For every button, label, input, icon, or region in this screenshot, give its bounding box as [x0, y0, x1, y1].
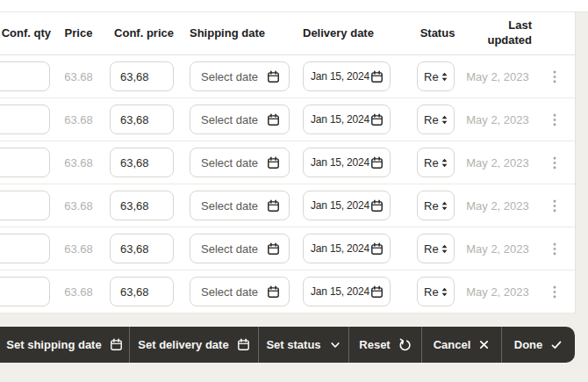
delivery-date-picker[interactable]: Jan 15, 2024 [303, 105, 391, 134]
table-header: Conf. qty Price Conf. price Shipping dat… [0, 12, 575, 55]
calendar-icon [267, 242, 280, 256]
chevron-down-icon [329, 339, 341, 351]
status-value: Re [424, 285, 439, 299]
reset-button[interactable]: Reset [349, 327, 422, 363]
calendar-icon [370, 242, 384, 256]
kebab-icon [553, 113, 556, 126]
sort-arrows-icon [440, 158, 449, 168]
shipping-date-picker[interactable]: Select date [190, 148, 290, 177]
status-value: Re [424, 113, 439, 126]
row-menu-button[interactable] [548, 110, 562, 130]
last-updated-value: May 2, 2023 [466, 70, 529, 83]
delivery-date-label: Jan 15, 2024 [311, 70, 369, 83]
calendar-icon [370, 70, 384, 83]
delivery-date-picker[interactable]: Jan 15, 2024 [303, 191, 391, 220]
price-value: 63.68 [64, 70, 93, 83]
conf-price-input[interactable] [110, 277, 174, 306]
status-select[interactable]: Re [417, 191, 455, 220]
kebab-icon [553, 70, 556, 83]
kebab-icon [553, 199, 556, 213]
calendar-icon [370, 199, 384, 213]
conf-qty-input[interactable] [0, 105, 50, 134]
last-updated-value: May 2, 2023 [466, 199, 529, 213]
last-updated-value: May 2, 2023 [466, 242, 529, 256]
set-delivery-date-button[interactable]: Set delivery date [130, 327, 259, 363]
kebab-icon [553, 156, 556, 169]
conf-qty-input[interactable] [0, 148, 50, 177]
set-delivery-date-label: Set delivery date [138, 338, 228, 351]
calendar-icon [110, 338, 123, 351]
table-body: 63.68 Select date Jan 15, 2024 [0, 55, 575, 314]
delivery-date-picker[interactable]: Jan 15, 2024 [303, 148, 391, 177]
conf-price-input[interactable] [110, 191, 174, 220]
conf-price-input[interactable] [110, 234, 174, 263]
conf-qty-input[interactable] [0, 277, 50, 306]
header-status: Status [398, 26, 462, 41]
delivery-date-label: Jan 15, 2024 [311, 242, 369, 255]
last-updated-value: May 2, 2023 [466, 156, 529, 169]
status-select[interactable]: Re [417, 234, 455, 263]
set-shipping-date-button[interactable]: Set shipping date [0, 327, 130, 363]
row-menu-button[interactable] [548, 67, 562, 87]
conf-qty-input[interactable] [0, 191, 50, 220]
calendar-icon [370, 156, 384, 169]
table-row: 63.68 Select date Jan 15, 2024 [0, 55, 575, 98]
status-select[interactable]: Re [417, 105, 455, 134]
bottom-area [0, 363, 588, 382]
shipping-date-picker[interactable]: Select date [190, 61, 290, 91]
conf-price-input[interactable] [110, 148, 174, 177]
set-status-label: Set status [266, 338, 320, 351]
row-menu-button[interactable] [548, 282, 562, 302]
done-button[interactable]: Done [502, 327, 575, 363]
calendar-icon [267, 113, 280, 126]
delivery-date-picker[interactable]: Jan 15, 2024 [303, 234, 391, 263]
row-menu-button[interactable] [548, 153, 562, 173]
page-background-strip [576, 12, 588, 314]
calendar-icon [370, 113, 384, 126]
shipping-date-label: Select date [201, 113, 258, 126]
conf-qty-input[interactable] [0, 61, 50, 91]
price-value: 63.68 [64, 156, 93, 169]
check-icon [550, 339, 563, 351]
kebab-icon [553, 285, 556, 299]
row-menu-button[interactable] [548, 196, 562, 216]
header-price: Price [54, 26, 103, 41]
cancel-label: Cancel [434, 338, 471, 351]
kebab-icon [553, 242, 556, 256]
header-conf-qty: Conf. qty [0, 26, 54, 41]
cancel-button[interactable]: Cancel [422, 327, 502, 363]
delivery-date-label: Jan 15, 2024 [311, 113, 369, 126]
shipping-date-label: Select date [201, 242, 258, 256]
status-select[interactable]: Re [417, 277, 455, 306]
price-value: 63.68 [64, 242, 93, 256]
price-value: 63.68 [64, 285, 93, 299]
order-lines-table: Conf. qty Price Conf. price Shipping dat… [0, 12, 576, 314]
delivery-date-picker[interactable]: Jan 15, 2024 [303, 61, 391, 91]
delivery-date-label: Jan 15, 2024 [311, 285, 369, 298]
conf-price-input[interactable] [110, 105, 174, 134]
row-menu-button[interactable] [548, 239, 562, 259]
shipping-date-label: Select date [201, 156, 258, 169]
table-row: 63.68 Select date Jan 15, 2024 [0, 141, 575, 184]
delivery-date-picker[interactable]: Jan 15, 2024 [303, 277, 391, 306]
status-select[interactable]: Re [417, 148, 455, 177]
delivery-date-label: Jan 15, 2024 [311, 199, 369, 212]
sort-arrows-icon [440, 115, 449, 125]
header-delivery-date: Delivery date [297, 26, 398, 41]
status-select[interactable]: Re [417, 61, 455, 91]
shipping-date-picker[interactable]: Select date [190, 277, 290, 306]
top-band [0, 0, 588, 12]
shipping-date-picker[interactable]: Select date [190, 191, 290, 220]
shipping-date-picker[interactable]: Select date [190, 234, 290, 263]
conf-price-input[interactable] [110, 61, 174, 91]
price-value: 63.68 [64, 113, 93, 126]
status-value: Re [424, 70, 439, 83]
status-value: Re [424, 242, 439, 256]
last-updated-value: May 2, 2023 [466, 113, 529, 126]
bulk-actions-toolbar: Set shipping date Set delivery date [0, 327, 575, 363]
sort-arrows-icon [440, 244, 449, 254]
shipping-date-picker[interactable]: Select date [190, 105, 290, 134]
header-conf-price: Conf. price [103, 26, 178, 41]
conf-qty-input[interactable] [0, 234, 50, 263]
set-status-button[interactable]: Set status [259, 327, 349, 363]
